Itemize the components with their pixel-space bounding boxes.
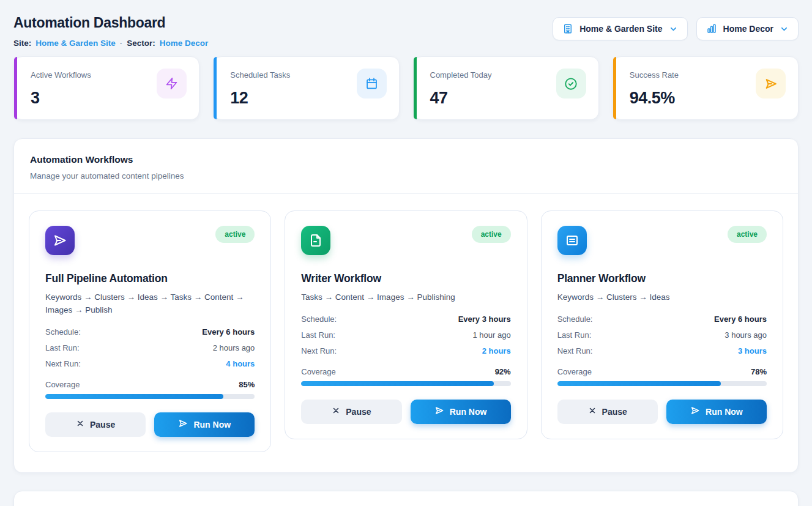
list-icon	[557, 226, 587, 255]
coverage-label: Coverage	[45, 380, 80, 389]
workflow-title: Planner Workflow	[557, 272, 767, 285]
coverage-value: 78%	[751, 367, 767, 376]
coverage-progressbar	[45, 394, 255, 399]
workflow-card-writer: active Writer Workflow Tasks → Content →…	[285, 210, 527, 439]
calendar-icon	[357, 69, 387, 99]
chevron-down-icon	[669, 24, 678, 34]
coverage-progressbar	[301, 381, 510, 386]
automation-steps-panel: Automation Steps Configure which steps a…	[13, 491, 799, 506]
check-circle-icon	[556, 69, 586, 99]
status-badge: active	[215, 226, 255, 243]
pause-label: Pause	[346, 407, 371, 417]
coverage-label: Coverage	[557, 367, 592, 376]
sector-selector-label: Home Decor	[723, 24, 773, 34]
last-run-label: Last Run:	[45, 343, 80, 352]
pause-button[interactable]: Pause	[45, 412, 146, 437]
run-now-button[interactable]: Run Now	[411, 400, 511, 424]
next-run-value: 4 hours	[226, 359, 255, 368]
card-top: active	[45, 226, 255, 255]
site-label: Site:	[13, 39, 31, 48]
workflow-title: Full Pipeline Automation	[45, 272, 255, 285]
coverage-progress-fill	[301, 381, 494, 386]
title-block: Automation Dashboard Site: Home & Garden…	[13, 12, 208, 48]
breadcrumb: Site: Home & Garden Site · Sector: Home …	[13, 39, 208, 48]
run-now-label: Run Now	[193, 420, 231, 430]
pause-button[interactable]: Pause	[301, 400, 401, 424]
workflow-pipeline: Tasks → Content → Images → Publishing	[301, 291, 510, 304]
stat-card-active-workflows: Active Workflows 3	[13, 56, 199, 120]
card-top: active	[301, 226, 510, 255]
coverage-row: Coverage 78%	[557, 367, 767, 376]
site-link[interactable]: Home & Garden Site	[35, 39, 116, 48]
schedule-row: Schedule: Every 6 hours	[45, 327, 255, 337]
card-top: active	[557, 226, 767, 255]
next-run-label: Next Run:	[301, 346, 337, 355]
stats-row: Active Workflows 3 Scheduled Tasks 12 Co…	[13, 56, 799, 120]
site-selector-dropdown[interactable]: Home & Garden Site	[553, 17, 687, 40]
coverage-progressbar	[557, 381, 767, 386]
coverage-row: Coverage 85%	[45, 380, 255, 389]
coverage-value: 85%	[239, 380, 255, 389]
schedule-row: Schedule: Every 6 hours	[557, 314, 767, 324]
workflow-title: Writer Workflow	[301, 272, 510, 285]
card-actions: Pause Run Now	[45, 412, 255, 437]
schedule-row: Schedule: Every 3 hours	[301, 314, 510, 324]
page-title: Automation Dashboard	[13, 15, 208, 31]
automation-dashboard-page: Automation Dashboard Site: Home & Garden…	[0, 0, 812, 506]
next-run-row: Next Run: 3 hours	[557, 346, 767, 355]
card-actions: Pause Run Now	[557, 400, 767, 424]
steps-panel-header: Automation Steps Configure which steps a…	[14, 491, 798, 506]
next-run-value: 2 hours	[482, 346, 511, 355]
coverage-row: Coverage 92%	[301, 367, 510, 376]
run-now-label: Run Now	[450, 407, 487, 417]
building-icon	[562, 23, 573, 34]
header-selectors: Home & Garden Site Home Decor	[553, 17, 799, 40]
pause-label: Pause	[90, 420, 115, 430]
workflow-pipeline: Keywords → Clusters → Ideas	[557, 291, 767, 304]
schedule-label: Schedule:	[45, 327, 81, 337]
next-run-value: 3 hours	[738, 346, 767, 355]
next-run-row: Next Run: 2 hours	[301, 346, 510, 355]
page-header: Automation Dashboard Site: Home & Garden…	[13, 12, 799, 48]
send-icon	[690, 406, 700, 417]
status-badge: active	[728, 226, 767, 243]
run-now-label: Run Now	[706, 407, 743, 417]
x-icon	[332, 406, 340, 417]
stat-card-scheduled-tasks: Scheduled Tasks 12	[213, 56, 399, 120]
accent-bar	[613, 57, 616, 119]
workflow-card-planner: active Planner Workflow Keywords → Clust…	[541, 210, 783, 439]
separator-dot: ·	[120, 39, 123, 48]
x-icon	[588, 406, 597, 417]
workflow-cards-row: active Full Pipeline Automation Keywords…	[14, 194, 798, 472]
run-now-button[interactable]: Run Now	[154, 412, 255, 437]
workflow-card-full-pipeline: active Full Pipeline Automation Keywords…	[29, 210, 271, 452]
workflow-pipeline: Keywords → Clusters → Ideas → Tasks → Co…	[45, 291, 255, 317]
last-run-row: Last Run: 2 hours ago	[45, 343, 255, 352]
send-icon	[178, 419, 188, 430]
sector-link[interactable]: Home Decor	[160, 39, 209, 48]
zap-icon	[157, 69, 187, 99]
x-icon	[76, 419, 84, 430]
coverage-progress-fill	[557, 381, 721, 386]
send-icon	[434, 406, 444, 417]
schedule-value: Every 3 hours	[458, 314, 511, 324]
last-run-value: 3 hours ago	[724, 330, 767, 340]
card-actions: Pause Run Now	[301, 400, 510, 424]
stat-card-success-rate: Success Rate 94.5%	[613, 56, 799, 120]
last-run-label: Last Run:	[301, 330, 335, 340]
last-run-row: Last Run: 3 hours ago	[557, 330, 767, 340]
pause-button[interactable]: Pause	[557, 400, 658, 424]
last-run-row: Last Run: 1 hour ago	[301, 330, 510, 340]
pause-label: Pause	[602, 407, 627, 417]
last-run-label: Last Run:	[557, 330, 592, 340]
sector-selector-dropdown[interactable]: Home Decor	[696, 17, 799, 40]
schedule-value: Every 6 hours	[202, 327, 255, 337]
bar-chart-icon	[706, 23, 717, 34]
accent-bar	[414, 57, 417, 119]
status-badge: active	[472, 226, 511, 243]
run-now-button[interactable]: Run Now	[666, 400, 767, 424]
site-selector-label: Home & Garden Site	[579, 24, 662, 34]
send-icon	[756, 69, 786, 99]
next-run-label: Next Run:	[45, 359, 81, 368]
last-run-value: 2 hours ago	[213, 343, 255, 352]
